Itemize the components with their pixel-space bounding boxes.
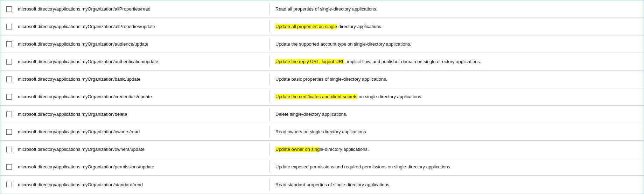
permissions-table: microsoft.directory/applications.myOrgan… [0,0,644,194]
permission-description: Update the reply URL, logout URL, implic… [270,55,644,68]
permission-description: Read standard properties of single-direc… [270,179,644,191]
permission-description: Update the supported account type on sin… [270,38,644,50]
highlighted-text: Update owner on sing [275,147,320,152]
permission-description: Update basic properties of single-direct… [270,73,644,85]
permission-name: microsoft.directory/applications.myOrgan… [18,108,270,120]
checkbox-cell [0,91,18,102]
table-row: microsoft.directory/applications.myOrgan… [0,53,644,71]
checkbox-cell [0,144,18,155]
checkbox-cell [0,179,18,190]
checkbox-row-2[interactable] [6,24,12,29]
permission-name: microsoft.directory/applications.myOrgan… [18,20,270,33]
checkbox-cell [0,39,18,50]
permission-description: Update all properties on single-director… [270,20,644,33]
permission-name: microsoft.directory/applications.myOrgan… [18,179,270,191]
table-row: microsoft.directory/applications.myOrgan… [0,176,644,193]
checkbox-cell [0,161,18,173]
checkbox-cell [0,74,18,85]
table-row: microsoft.directory/applications.myOrgan… [0,158,644,176]
permission-description: Delete single-directory applications. [270,108,644,120]
permission-name: microsoft.directory/applications.myOrgan… [18,3,270,15]
table-row: microsoft.directory/applications.myOrgan… [0,106,644,123]
table-row: microsoft.directory/applications.myOrgan… [0,35,644,53]
permission-name: microsoft.directory/applications.myOrgan… [18,161,270,173]
checkbox-row-8[interactable] [6,129,12,135]
checkbox-row-1[interactable] [6,6,12,12]
permission-name: microsoft.directory/applications.myOrgan… [18,73,270,85]
highlighted-text: Update all properties on single [275,24,337,29]
table-row: microsoft.directory/applications.myOrgan… [0,88,644,106]
checkbox-row-3[interactable] [6,41,12,47]
checkbox-row-9[interactable] [6,147,12,152]
permission-description: Update the certificates and client secre… [270,91,644,103]
checkbox-row-5[interactable] [6,76,12,82]
permission-name: microsoft.directory/applications.myOrgan… [18,143,270,155]
checkbox-cell [0,4,18,15]
permission-name: microsoft.directory/applications.myOrgan… [18,126,270,138]
permission-description: Read owners on single-directory applicat… [270,126,644,138]
table-row: microsoft.directory/applications.myOrgan… [0,71,644,88]
checkbox-cell [0,21,18,32]
checkbox-row-10[interactable] [6,164,12,170]
checkbox-row-11[interactable] [6,182,12,187]
permission-name: microsoft.directory/applications.myOrgan… [18,55,270,68]
highlighted-text: Update the reply URL, logout URL [275,59,344,64]
permission-name: microsoft.directory/applications.myOrgan… [18,38,270,50]
permission-description: Read all properties of single-directory … [270,3,644,15]
checkbox-cell [0,126,18,138]
checkbox-row-7[interactable] [6,112,12,117]
table-row: microsoft.directory/applications.myOrgan… [0,0,644,18]
permission-name: microsoft.directory/applications.myOrgan… [18,91,270,103]
table-row: microsoft.directory/applications.myOrgan… [0,18,644,35]
permission-description: Update owner on single-directory applica… [270,143,644,155]
permission-description: Update exposed permissions and required … [270,161,644,173]
checkbox-row-4[interactable] [6,59,12,65]
highlighted-text: Update the certificates and client secre… [275,94,357,99]
checkbox-row-6[interactable] [6,94,12,100]
checkbox-cell [0,56,18,67]
table-row: microsoft.directory/applications.myOrgan… [0,141,644,158]
checkbox-cell [0,109,18,120]
table-row: microsoft.directory/applications.myOrgan… [0,123,644,141]
